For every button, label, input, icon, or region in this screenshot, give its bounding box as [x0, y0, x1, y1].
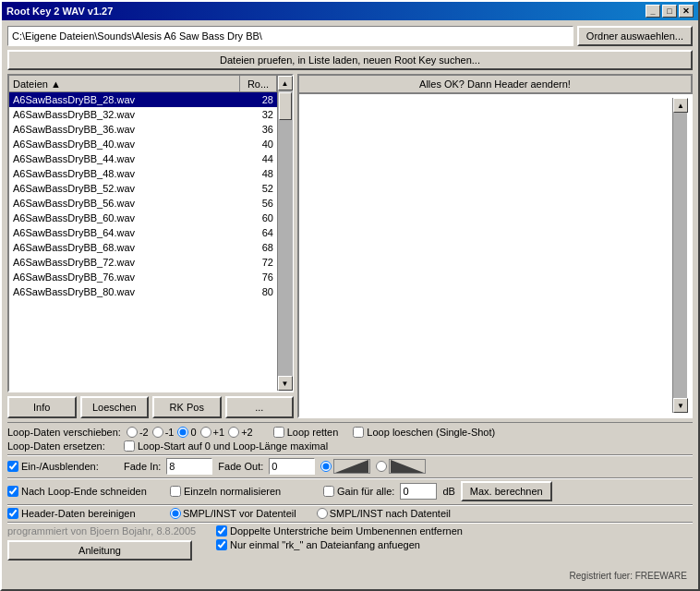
- fade-shape2-item[interactable]: [376, 459, 426, 474]
- header-smpl-row: Header-Daten bereinigen SMPL/INST vor Da…: [7, 508, 693, 519]
- loop-retten-item[interactable]: Loop retten: [273, 427, 339, 438]
- list-scrollbar: ▲ ▼: [277, 76, 292, 391]
- file-name-cell: A6SawBassDryBB_52.wav: [9, 183, 240, 194]
- maximize-button[interactable]: □: [662, 5, 677, 18]
- file-key-cell: 76: [240, 271, 277, 283]
- scroll-thumb[interactable]: [279, 92, 292, 120]
- info-scroll-track[interactable]: [673, 113, 687, 398]
- nach-loop-item[interactable]: Nach Loop-Ende schneiden: [7, 486, 164, 497]
- nur-einmal-checkbox[interactable]: [216, 539, 227, 550]
- doppelte-item[interactable]: Doppelte Unterstriche beim Umbenennen en…: [216, 525, 463, 537]
- smpl-nach-item[interactable]: SMPL/INST nach Datenteil: [317, 508, 451, 519]
- table-row[interactable]: A6SawBassDryBB_32.wav 32: [9, 107, 277, 122]
- scroll-track[interactable]: [278, 90, 293, 376]
- radio-0[interactable]: [177, 427, 188, 438]
- table-row[interactable]: A6SawBassDryBB_36.wav 36: [9, 122, 277, 137]
- file-key-cell: 48: [240, 168, 277, 179]
- path-input[interactable]: [7, 26, 573, 46]
- radio-minus2[interactable]: [127, 427, 138, 438]
- fade-in-input[interactable]: [166, 458, 212, 475]
- einausblenden-checkbox[interactable]: [7, 461, 18, 472]
- table-row[interactable]: A6SawBassDryBB_48.wav 48: [9, 166, 277, 181]
- table-row[interactable]: A6SawBassDryBB_76.wav 76: [9, 270, 277, 284]
- table-row[interactable]: A6SawBassDryBB_44.wav 44: [9, 151, 277, 166]
- gain-input[interactable]: [400, 483, 437, 500]
- separator-2: [7, 477, 693, 479]
- fade-shape1-radio[interactable]: [320, 461, 332, 472]
- file-key-cell: 32: [240, 109, 277, 120]
- table-row[interactable]: A6SawBassDryBB_80.wav 80: [9, 284, 277, 299]
- file-key-cell: 44: [240, 153, 277, 164]
- anleitung-button[interactable]: Anleitung: [7, 540, 192, 561]
- smpl-vor-item[interactable]: SMPL/INST vor Datenteil: [170, 508, 296, 519]
- bottom-left: programmiert von Bjoern Bojahr, 8.8.2005…: [7, 525, 211, 561]
- fade-shape1-item[interactable]: [320, 459, 370, 474]
- file-name-cell: A6SawBassDryBB_60.wav: [9, 212, 240, 223]
- max-berechnen-button[interactable]: Max. berechnen: [461, 481, 552, 501]
- radio-plus2-item[interactable]: +2: [228, 427, 253, 438]
- table-row[interactable]: A6SawBassDryBB_28.wav 28: [9, 92, 277, 107]
- minimize-button[interactable]: _: [646, 5, 660, 18]
- gain-item[interactable]: Gain für alle:: [323, 486, 394, 497]
- status-bar: Registriert fuer: FREEWARE: [7, 567, 693, 584]
- loop-start-checkbox[interactable]: [124, 440, 135, 452]
- loop-start-item[interactable]: Loop-Start auf 0 und Loop-Länge maximal: [124, 440, 328, 452]
- einzeln-norm-item[interactable]: Einzeln normalisieren: [170, 486, 318, 497]
- loop-retten-checkbox[interactable]: [273, 427, 284, 438]
- col-dateien-label: Dateien: [13, 78, 48, 90]
- sort-icon: ▲: [51, 78, 61, 90]
- col-dateien: Dateien ▲: [9, 76, 240, 91]
- table-row[interactable]: A6SawBassDryBB_72.wav 72: [9, 255, 277, 270]
- scan-button[interactable]: Dateien pruefen, in Liste laden, neuen R…: [7, 50, 693, 70]
- table-row[interactable]: A6SawBassDryBB_68.wav 68: [9, 240, 277, 255]
- header-bereinigen-checkbox[interactable]: [7, 508, 18, 519]
- more-button[interactable]: ...: [225, 396, 295, 418]
- fade-out-input[interactable]: [269, 458, 315, 475]
- radio-plus1-item[interactable]: +1: [200, 427, 225, 438]
- file-list-body[interactable]: A6SawBassDryBB_28.wav 28 A6SawBassDryBB_…: [9, 92, 277, 391]
- table-row[interactable]: A6SawBassDryBB_52.wav 52: [9, 181, 277, 196]
- header-bereinigen-item[interactable]: Header-Daten bereinigen: [7, 508, 164, 519]
- smpl-nach-radio[interactable]: [317, 508, 328, 519]
- scan-row: Dateien pruefen, in Liste laden, neuen R…: [7, 50, 693, 70]
- table-row[interactable]: A6SawBassDryBB_56.wav 56: [9, 196, 277, 211]
- file-name-cell: A6SawBassDryBB_56.wav: [9, 198, 240, 209]
- einausblenden-item[interactable]: Ein-/Ausblenden:: [7, 461, 118, 472]
- radio-minus2-item[interactable]: -2: [127, 427, 149, 438]
- info-scroll-down[interactable]: ▼: [673, 398, 688, 413]
- loeschen-button[interactable]: Loeschen: [80, 396, 150, 418]
- table-row[interactable]: A6SawBassDryBB_40.wav 40: [9, 137, 277, 151]
- ordner-button[interactable]: Ordner auswaehlen...: [577, 26, 693, 46]
- einzeln-norm-checkbox[interactable]: [170, 486, 181, 497]
- rk-pos-button[interactable]: RK Pos: [152, 396, 222, 418]
- nach-loop-checkbox[interactable]: [7, 486, 18, 497]
- file-key-cell: 72: [240, 257, 277, 268]
- norm-gain-row: Nach Loop-Ende schneiden Einzeln normali…: [7, 481, 693, 501]
- radio-plus1[interactable]: [200, 427, 211, 438]
- radio-minus1-item[interactable]: -1: [152, 427, 175, 438]
- separator-3: [7, 504, 693, 506]
- doppelte-checkbox[interactable]: [216, 525, 227, 537]
- table-row[interactable]: A6SawBassDryBB_64.wav 64: [9, 225, 277, 240]
- fade-shape2-radio[interactable]: [376, 461, 387, 472]
- fade-shape1: [333, 459, 370, 474]
- smpl-vor-radio[interactable]: [170, 508, 181, 519]
- radio-minus1[interactable]: [152, 427, 163, 438]
- col-ro-label: Ro...: [247, 78, 269, 90]
- close-button[interactable]: ✕: [679, 5, 694, 18]
- scroll-down-button[interactable]: ▼: [278, 376, 293, 391]
- scroll-up-button[interactable]: ▲: [278, 76, 293, 90]
- nur-einmal-item[interactable]: Nur einmal "rk_" an Dateianfang anfuegen: [216, 539, 463, 550]
- radio-plus2[interactable]: [228, 427, 239, 438]
- svg-marker-0: [335, 460, 368, 473]
- info-scroll-up[interactable]: ▲: [673, 98, 688, 113]
- table-row[interactable]: A6SawBassDryBB_60.wav 60: [9, 211, 277, 225]
- info-button[interactable]: Info: [7, 396, 77, 418]
- file-name-cell: A6SawBassDryBB_64.wav: [9, 227, 240, 238]
- loop-loeschen-item[interactable]: Loop loeschen (Single-Shot): [353, 427, 495, 438]
- radio-0-item[interactable]: 0: [177, 427, 196, 438]
- file-key-cell: 56: [240, 198, 277, 209]
- file-name-cell: A6SawBassDryBB_68.wav: [9, 242, 240, 253]
- loop-loeschen-checkbox[interactable]: [353, 427, 364, 438]
- gain-checkbox[interactable]: [323, 486, 334, 497]
